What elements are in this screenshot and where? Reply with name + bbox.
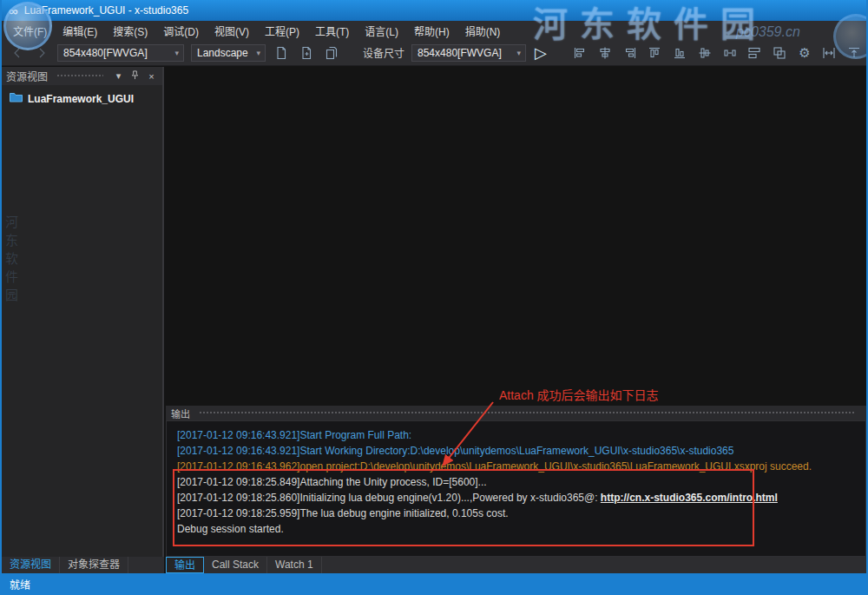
pin-icon[interactable] bbox=[128, 70, 141, 82]
distribute-horizontal-icon[interactable] bbox=[721, 43, 739, 63]
log-line: [2017-01-12 09:18:25.959]The lua debug e… bbox=[177, 506, 865, 521]
align-center-horizontal-icon[interactable] bbox=[596, 43, 614, 63]
tree-item-label: LuaFramework_UGUI bbox=[28, 93, 134, 105]
panel-grip bbox=[56, 74, 103, 78]
tab-output[interactable]: 输出 bbox=[166, 557, 204, 573]
log-line: [2017-01-12 09:18:25.849]Attaching the U… bbox=[177, 474, 865, 490]
tree-item-root[interactable]: LuaFramework_UGUI bbox=[4, 90, 160, 107]
chevron-down-icon[interactable]: ▾ bbox=[112, 70, 125, 82]
forward-icon[interactable] bbox=[33, 43, 50, 63]
file-icon[interactable] bbox=[273, 43, 290, 63]
align-bottom-icon[interactable] bbox=[671, 43, 688, 63]
annotation-label: Attach 成功后会输出如下日志 bbox=[499, 386, 659, 403]
status-text: 就绪 bbox=[10, 577, 30, 592]
app-window: ∞ LuaFramework_UGUI - x-studio365 文件(F) … bbox=[0, 0, 868, 595]
title-bar: ∞ LuaFramework_UGUI - x-studio365 bbox=[2, 0, 866, 21]
menu-edit[interactable]: 编辑(E) bbox=[55, 21, 105, 41]
file-icon-group bbox=[273, 43, 340, 63]
chevron-down-icon: ▾ bbox=[516, 49, 521, 57]
layout-tools-group bbox=[820, 43, 859, 63]
menu-debug[interactable]: 调试(D) bbox=[155, 21, 207, 41]
menu-tools[interactable]: 工具(T) bbox=[307, 21, 357, 41]
menu-file[interactable]: 文件(F) bbox=[5, 21, 55, 41]
app-logo-icon: ∞ bbox=[9, 4, 18, 17]
output-log: [2017-01-12 09:16:43.921]Start Program F… bbox=[166, 420, 866, 557]
back-icon[interactable] bbox=[9, 43, 26, 63]
tab-call-stack[interactable]: Call Stack bbox=[204, 557, 267, 573]
menu-language[interactable]: 语言(L) bbox=[357, 21, 406, 41]
device-resolution-combo[interactable]: 854x480[FWVGA] ▾ bbox=[411, 44, 526, 62]
chevron-down-icon: ▾ bbox=[174, 49, 179, 57]
menu-bar: 文件(F) 编辑(E) 搜索(S) 调试(D) 视图(V) 工程(P) 工具(T… bbox=[2, 21, 866, 40]
orientation-combo[interactable]: Landscape ▾ bbox=[191, 44, 266, 62]
menu-view[interactable]: 视图(V) bbox=[207, 21, 257, 41]
log-link[interactable]: http://cn.x-studio365.com/intro.html bbox=[601, 492, 778, 504]
menu-search[interactable]: 搜索(S) bbox=[105, 21, 155, 41]
align-top-icon[interactable] bbox=[646, 43, 663, 63]
log-line: [2017-01-12 09:18:25.860]Initializing lu… bbox=[177, 490, 865, 506]
align-horizontal-group bbox=[571, 43, 639, 63]
output-panel: 输出 [2017-01-12 09:16:43.921]Start Progra… bbox=[166, 406, 866, 557]
size-tools-group: ⚙ bbox=[746, 43, 813, 63]
tab-watch-1[interactable]: Watch 1 bbox=[267, 557, 322, 573]
status-bar: 就绪 bbox=[2, 573, 866, 595]
left-panel-tabs: 资源视图 对象探查器 bbox=[2, 557, 164, 573]
tab-resource-view[interactable]: 资源视图 bbox=[2, 557, 60, 573]
resource-panel-header: 资源视图 ▾ × bbox=[2, 67, 162, 85]
log-line-text: [2017-01-12 09:18:25.860]Initializing lu… bbox=[177, 492, 601, 504]
menu-project[interactable]: 工程(P) bbox=[257, 21, 307, 41]
settings-gear-icon[interactable]: ⚙ bbox=[796, 43, 813, 63]
files-copy-icon[interactable] bbox=[323, 43, 340, 63]
panel-grip[interactable] bbox=[199, 411, 856, 415]
output-panel-title: 输出 bbox=[171, 407, 190, 420]
log-line: [2017-01-12 09:16:43.921]Start Program F… bbox=[177, 427, 865, 443]
orientation-combo-value: Landscape bbox=[197, 47, 248, 59]
log-line: [2017-01-12 09:16:43.962]open project:D:… bbox=[177, 459, 865, 474]
close-icon[interactable]: × bbox=[145, 71, 158, 82]
same-size-icon[interactable] bbox=[771, 43, 788, 63]
file-add-icon[interactable] bbox=[298, 43, 315, 63]
tab-object-inspector[interactable]: 对象探查器 bbox=[60, 557, 128, 573]
resolution-combo[interactable]: 854x480[FWVGA] ▾ bbox=[57, 44, 184, 62]
resource-tree: LuaFramework_UGUI bbox=[2, 85, 162, 112]
chevron-down-icon: ▾ bbox=[256, 49, 260, 57]
log-line: Debug session started. bbox=[177, 521, 865, 537]
align-top-edge-icon[interactable] bbox=[845, 43, 859, 63]
log-line: [2017-01-12 09:16:43.921]Start Working D… bbox=[177, 443, 865, 459]
run-button[interactable]: ▷ bbox=[533, 45, 549, 61]
same-width-icon[interactable] bbox=[746, 43, 763, 63]
menu-help[interactable]: 帮助(H) bbox=[406, 21, 457, 41]
output-panel-header: 输出 bbox=[166, 406, 866, 420]
device-size-label: 设备尺寸 bbox=[363, 45, 404, 60]
align-vertical-group bbox=[646, 43, 739, 63]
resolution-combo-value: 854x480[FWVGA] bbox=[63, 47, 148, 59]
align-right-icon[interactable] bbox=[621, 43, 639, 63]
folder-icon bbox=[10, 92, 23, 105]
resource-view-panel: 资源视图 ▾ × LuaFramework_UGUI bbox=[2, 67, 164, 557]
toolbar: 854x480[FWVGA] ▾ Landscape ▾ 设备尺寸 854x48… bbox=[2, 40, 866, 66]
device-resolution-combo-value: 854x480[FWVGA] bbox=[418, 47, 502, 59]
menu-donate[interactable]: 捐助(N) bbox=[457, 21, 509, 41]
output-panel-tabs: 输出 Call Stack Watch 1 bbox=[166, 557, 866, 573]
window-title: LuaFramework_UGUI - x-studio365 bbox=[24, 4, 188, 17]
fit-width-icon[interactable] bbox=[820, 43, 838, 63]
align-left-icon[interactable] bbox=[571, 43, 589, 63]
resource-panel-title: 资源视图 bbox=[6, 69, 48, 83]
align-middle-icon[interactable] bbox=[696, 43, 713, 63]
